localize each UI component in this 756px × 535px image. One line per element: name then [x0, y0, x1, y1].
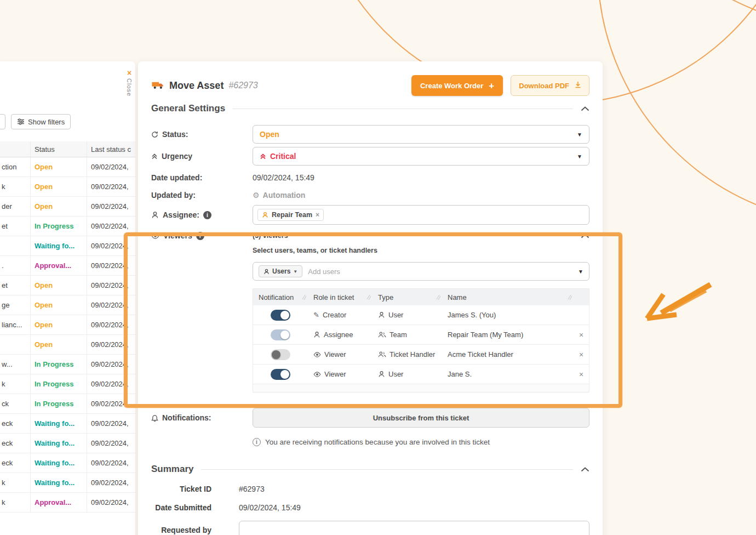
- status-badge: Open: [35, 163, 53, 171]
- critical-priority-icon: [260, 153, 266, 160]
- status-cell: Open: [30, 157, 87, 177]
- urgency-select[interactable]: Critical ▼: [253, 147, 589, 166]
- requested-by-row: Requested by: [151, 521, 589, 535]
- status-select[interactable]: Open ▼: [253, 125, 589, 144]
- collapse-chevron-up-icon[interactable]: [581, 467, 589, 472]
- table-row[interactable]: Open 09/02/2024,: [0, 335, 135, 355]
- cropped-button[interactable]: [0, 114, 5, 129]
- status-column-header[interactable]: Status: [30, 141, 87, 157]
- table-row[interactable]: ge Open 09/02/2024,: [0, 295, 135, 315]
- table-row[interactable]: k In Progress 09/02/2024,: [0, 374, 135, 394]
- download-icon: [575, 81, 581, 90]
- status-row: Status: Open ▼: [151, 125, 589, 144]
- table-row[interactable]: k Open 09/02/2024,: [0, 177, 135, 197]
- last-status-date: 09/02/2024,: [87, 177, 135, 196]
- remove-viewer-button[interactable]: ×: [574, 331, 589, 339]
- ticket-id-label: Ticket ID: [151, 485, 211, 493]
- viewer-name: Jane S.: [442, 370, 574, 378]
- requested-by-input[interactable]: [239, 521, 589, 535]
- ticket-name-fragment: ge: [0, 301, 30, 309]
- column-resize-handle[interactable]: [302, 294, 306, 300]
- ticket-name-fragment: .: [0, 261, 30, 270]
- download-pdf-button[interactable]: Download PDF: [511, 75, 589, 96]
- add-users-placeholder: Add users: [308, 268, 572, 276]
- notification-toggle[interactable]: [271, 349, 290, 360]
- viewers-subsection-header: (5) viewers: [253, 229, 589, 242]
- notification-column-header[interactable]: Notification: [253, 293, 308, 301]
- column-resize-handle[interactable]: [436, 294, 440, 300]
- team-icon: [378, 351, 386, 358]
- status-badge: Open: [35, 202, 53, 210]
- unsubscribe-button[interactable]: Unsubscribe from this ticket: [253, 408, 589, 428]
- notifications-info: i You are receiving notifications becaus…: [253, 436, 589, 447]
- table-row[interactable]: eck Waiting fo... 09/02/2024,: [0, 453, 135, 473]
- show-filters-button[interactable]: Show filters: [11, 114, 71, 129]
- eye-icon: [313, 372, 321, 377]
- collapse-chevron-up-icon[interactable]: [581, 234, 589, 238]
- info-icon[interactable]: i: [196, 232, 204, 240]
- last-status-date: 09/02/2024,: [87, 414, 135, 433]
- info-icon: i: [253, 438, 261, 446]
- create-work-order-button[interactable]: Create Work Order +: [411, 75, 503, 96]
- caret-down-icon: ▼: [578, 269, 583, 275]
- column-resize-handle[interactable]: [366, 294, 371, 300]
- viewer-role: Viewer: [324, 370, 346, 378]
- ticket-number: #62973: [228, 81, 257, 90]
- close-icon: ×: [127, 69, 131, 77]
- last-status-date: 09/02/2024,: [87, 493, 135, 512]
- last-status-date: 09/02/2024,: [87, 157, 135, 177]
- remove-viewer-button[interactable]: ×: [574, 350, 589, 359]
- table-row[interactable]: . Approval... 09/02/2024,: [0, 256, 135, 276]
- add-users-input[interactable]: Users ▼ Add users ▼: [253, 262, 589, 281]
- assignee-row: Assignee: i Repair Team ×: [151, 204, 589, 226]
- close-panel-button[interactable]: × Close: [126, 69, 133, 96]
- divider: [295, 236, 574, 236]
- last-status-column-header[interactable]: Last status c: [87, 141, 135, 157]
- requested-by-label: Requested by: [151, 526, 211, 534]
- notification-toggle[interactable]: [271, 369, 290, 380]
- table-row[interactable]: lianc... Open 09/02/2024,: [0, 315, 135, 335]
- column-resize-handle[interactable]: [568, 294, 572, 300]
- updated-by-label: Updated by:: [151, 191, 196, 200]
- assignee-tag[interactable]: Repair Team ×: [257, 209, 324, 221]
- viewer-type: Ticket Handler: [390, 350, 435, 358]
- status-badge: Approval...: [35, 261, 71, 270]
- status-badge: Waiting fo...: [35, 439, 75, 447]
- type-column-header[interactable]: Type: [373, 293, 442, 301]
- table-row[interactable]: w... In Progress 09/02/2024,: [0, 355, 135, 374]
- assignee-input[interactable]: Repair Team ×: [253, 205, 589, 225]
- ticket-id-row: Ticket ID #62973: [151, 483, 589, 494]
- ticket-name-fragment: lianc...: [0, 321, 30, 329]
- viewers-table-body: ✎ Creator U: [253, 305, 589, 384]
- table-row[interactable]: k Waiting fo... 09/02/2024,: [0, 473, 135, 493]
- section-title: General Settings: [151, 103, 225, 114]
- role-column-header[interactable]: Role in ticket: [308, 293, 373, 301]
- create-work-order-label: Create Work Order: [420, 82, 483, 90]
- urgency-row: Urgency Critical ▼: [151, 147, 589, 166]
- viewer-row: ✎ Creator U: [253, 305, 589, 325]
- status-refresh-icon: [151, 131, 158, 138]
- remove-viewer-button[interactable]: ×: [574, 370, 589, 379]
- collapse-chevron-up-icon[interactable]: [581, 106, 589, 111]
- table-row[interactable]: Waiting fo... 09/02/2024,: [0, 236, 135, 256]
- table-row[interactable]: ck In Progress 09/02/2024,: [0, 394, 135, 414]
- status-badge: Waiting fo...: [35, 459, 75, 467]
- notification-toggle[interactable]: [271, 329, 290, 340]
- updated-by-value: Automation: [263, 191, 306, 200]
- users-type-dropdown[interactable]: Users ▼: [259, 265, 302, 277]
- table-row[interactable]: ction Open 09/02/2024,: [0, 157, 135, 177]
- table-row[interactable]: et In Progress 09/02/2024,: [0, 217, 135, 236]
- table-row[interactable]: eck Waiting fo... 09/02/2024,: [0, 434, 135, 453]
- remove-assignee-icon[interactable]: ×: [316, 211, 319, 219]
- name-column-header[interactable]: Name: [442, 293, 574, 301]
- table-row[interactable]: et Open 09/02/2024,: [0, 276, 135, 295]
- info-icon[interactable]: i: [203, 211, 211, 219]
- table-row[interactable]: k Approval... 09/02/2024,: [0, 493, 135, 513]
- status-badge: Open: [35, 340, 53, 349]
- ticket-name-fragment: et: [0, 281, 30, 289]
- notification-toggle[interactable]: [271, 310, 290, 321]
- table-row[interactable]: der Open 09/02/2024,: [0, 197, 135, 217]
- date-submitted-value: 09/02/2024, 15:49: [239, 503, 301, 512]
- status-cell: In Progress: [30, 374, 87, 394]
- table-row[interactable]: eck Waiting fo... 09/02/2024,: [0, 414, 135, 434]
